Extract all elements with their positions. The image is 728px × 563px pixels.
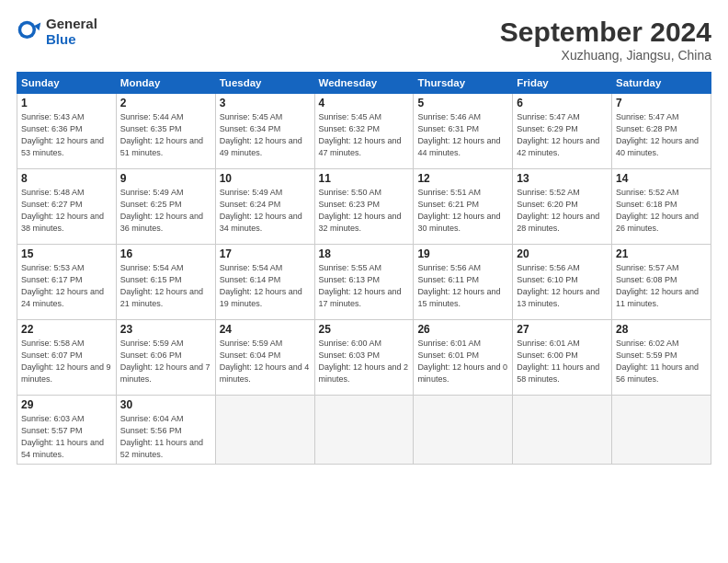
col-friday: Friday xyxy=(513,73,612,94)
day-number: 20 xyxy=(517,247,608,260)
day-number: 8 xyxy=(21,172,112,185)
day-info: Sunrise: 5:51 AMSunset: 6:21 PMDaylight:… xyxy=(417,188,500,233)
table-row: 17 Sunrise: 5:54 AMSunset: 6:14 PMDaylig… xyxy=(215,245,314,320)
day-number: 13 xyxy=(517,172,608,185)
table-row: 16 Sunrise: 5:54 AMSunset: 6:15 PMDaylig… xyxy=(116,245,215,320)
day-info: Sunrise: 5:52 AMSunset: 6:18 PMDaylight:… xyxy=(616,188,699,233)
table-row: 14 Sunrise: 5:52 AMSunset: 6:18 PMDaylig… xyxy=(612,169,711,245)
table-row xyxy=(513,396,612,465)
day-number: 2 xyxy=(120,97,211,109)
calendar-table: Sunday Monday Tuesday Wednesday Thursday… xyxy=(17,72,711,465)
day-number: 12 xyxy=(417,172,508,185)
table-row xyxy=(314,396,414,465)
table-row: 25 Sunrise: 6:00 AMSunset: 6:03 PMDaylig… xyxy=(314,320,414,396)
day-number: 21 xyxy=(616,247,707,260)
day-number: 18 xyxy=(319,247,410,260)
table-row: 11 Sunrise: 5:50 AMSunset: 6:23 PMDaylig… xyxy=(314,169,414,245)
day-number: 19 xyxy=(417,247,508,260)
day-info: Sunrise: 5:57 AMSunset: 6:08 PMDaylight:… xyxy=(616,263,699,308)
day-info: Sunrise: 5:49 AMSunset: 6:25 PMDaylight:… xyxy=(120,188,203,233)
day-info: Sunrise: 6:04 AMSunset: 5:56 PMDaylight:… xyxy=(120,414,203,459)
table-row xyxy=(612,396,711,465)
col-wednesday: Wednesday xyxy=(314,73,414,94)
table-row xyxy=(414,396,513,465)
day-number: 16 xyxy=(120,247,211,260)
day-info: Sunrise: 5:43 AMSunset: 6:36 PMDaylight:… xyxy=(21,112,104,157)
table-row: 12 Sunrise: 5:51 AMSunset: 6:21 PMDaylig… xyxy=(414,169,513,245)
day-number: 6 xyxy=(517,97,608,109)
table-row: 5 Sunrise: 5:46 AMSunset: 6:31 PMDayligh… xyxy=(414,94,513,169)
day-info: Sunrise: 5:54 AMSunset: 6:14 PMDaylight:… xyxy=(220,263,302,308)
day-number: 5 xyxy=(417,97,508,109)
day-number: 25 xyxy=(319,323,410,336)
day-info: Sunrise: 5:53 AMSunset: 6:17 PMDaylight:… xyxy=(21,263,104,308)
table-row: 29 Sunrise: 6:03 AMSunset: 5:57 PMDaylig… xyxy=(17,396,117,465)
day-number: 11 xyxy=(319,172,410,185)
col-tuesday: Tuesday xyxy=(215,73,314,94)
day-info: Sunrise: 5:56 AMSunset: 6:11 PMDaylight:… xyxy=(417,263,500,308)
table-row: 23 Sunrise: 5:59 AMSunset: 6:06 PMDaylig… xyxy=(116,320,215,396)
day-info: Sunrise: 5:56 AMSunset: 6:10 PMDaylight:… xyxy=(517,263,599,308)
day-info: Sunrise: 6:01 AMSunset: 6:00 PMDaylight:… xyxy=(517,339,599,384)
day-info: Sunrise: 5:54 AMSunset: 6:15 PMDaylight:… xyxy=(120,263,203,308)
logo-icon xyxy=(17,19,42,45)
day-info: Sunrise: 5:55 AMSunset: 6:13 PMDaylight:… xyxy=(319,263,402,308)
day-number: 30 xyxy=(120,398,211,411)
day-number: 3 xyxy=(220,97,311,109)
day-info: Sunrise: 5:48 AMSunset: 6:27 PMDaylight:… xyxy=(21,188,104,233)
day-number: 26 xyxy=(417,323,508,336)
day-number: 10 xyxy=(220,172,311,185)
day-number: 24 xyxy=(220,323,311,336)
day-number: 22 xyxy=(21,323,112,336)
table-row: 9 Sunrise: 5:49 AMSunset: 6:25 PMDayligh… xyxy=(116,169,215,245)
table-row: 4 Sunrise: 5:45 AMSunset: 6:32 PMDayligh… xyxy=(314,94,414,169)
day-number: 23 xyxy=(120,323,211,336)
day-info: Sunrise: 5:58 AMSunset: 6:07 PMDaylight:… xyxy=(21,339,111,384)
table-row: 13 Sunrise: 5:52 AMSunset: 6:20 PMDaylig… xyxy=(513,169,612,245)
calendar-page: General Blue September 2024 Xuzhuang, Ji… xyxy=(0,0,728,563)
day-info: Sunrise: 5:59 AMSunset: 6:06 PMDaylight:… xyxy=(120,339,210,384)
table-row: 15 Sunrise: 5:53 AMSunset: 6:17 PMDaylig… xyxy=(17,245,117,320)
table-row: 26 Sunrise: 6:01 AMSunset: 6:01 PMDaylig… xyxy=(414,320,513,396)
day-info: Sunrise: 6:00 AMSunset: 6:03 PMDaylight:… xyxy=(319,339,409,384)
day-info: Sunrise: 5:47 AMSunset: 6:28 PMDaylight:… xyxy=(616,112,699,157)
day-number: 17 xyxy=(220,247,311,260)
month-title: September 2024 xyxy=(500,17,711,48)
svg-point-1 xyxy=(21,24,32,35)
table-row: 1 Sunrise: 5:43 AMSunset: 6:36 PMDayligh… xyxy=(17,94,117,169)
col-thursday: Thursday xyxy=(414,73,513,94)
day-info: Sunrise: 5:45 AMSunset: 6:32 PMDaylight:… xyxy=(319,112,402,157)
day-number: 1 xyxy=(21,97,112,109)
day-number: 27 xyxy=(517,323,608,336)
table-row: 21 Sunrise: 5:57 AMSunset: 6:08 PMDaylig… xyxy=(612,245,711,320)
location-subtitle: Xuzhuang, Jiangsu, China xyxy=(500,48,711,63)
logo: General Blue xyxy=(17,17,97,47)
table-row: 8 Sunrise: 5:48 AMSunset: 6:27 PMDayligh… xyxy=(17,169,117,245)
table-row: 20 Sunrise: 5:56 AMSunset: 6:10 PMDaylig… xyxy=(513,245,612,320)
table-row: 10 Sunrise: 5:49 AMSunset: 6:24 PMDaylig… xyxy=(215,169,314,245)
col-saturday: Saturday xyxy=(612,73,711,94)
day-number: 14 xyxy=(616,172,707,185)
day-info: Sunrise: 5:59 AMSunset: 6:04 PMDaylight:… xyxy=(220,339,310,384)
table-row: 6 Sunrise: 5:47 AMSunset: 6:29 PMDayligh… xyxy=(513,94,612,169)
day-number: 28 xyxy=(616,323,707,336)
col-sunday: Sunday xyxy=(17,73,117,94)
day-info: Sunrise: 5:50 AMSunset: 6:23 PMDaylight:… xyxy=(319,188,402,233)
day-number: 29 xyxy=(21,398,112,411)
logo-general-text: General xyxy=(46,17,97,32)
table-row: 3 Sunrise: 5:45 AMSunset: 6:34 PMDayligh… xyxy=(215,94,314,169)
table-row: 27 Sunrise: 6:01 AMSunset: 6:00 PMDaylig… xyxy=(513,320,612,396)
calendar-header-row: Sunday Monday Tuesday Wednesday Thursday… xyxy=(17,73,711,94)
table-row xyxy=(215,396,314,465)
table-row: 22 Sunrise: 5:58 AMSunset: 6:07 PMDaylig… xyxy=(17,320,117,396)
table-row: 18 Sunrise: 5:55 AMSunset: 6:13 PMDaylig… xyxy=(314,245,414,320)
table-row: 2 Sunrise: 5:44 AMSunset: 6:35 PMDayligh… xyxy=(116,94,215,169)
logo-blue-text: Blue xyxy=(46,32,97,48)
col-monday: Monday xyxy=(116,73,215,94)
day-number: 9 xyxy=(120,172,211,185)
table-row: 28 Sunrise: 6:02 AMSunset: 5:59 PMDaylig… xyxy=(612,320,711,396)
day-info: Sunrise: 5:45 AMSunset: 6:34 PMDaylight:… xyxy=(220,112,302,157)
title-block: September 2024 Xuzhuang, Jiangsu, China xyxy=(500,17,711,63)
day-number: 7 xyxy=(616,97,707,109)
day-number: 4 xyxy=(319,97,410,109)
